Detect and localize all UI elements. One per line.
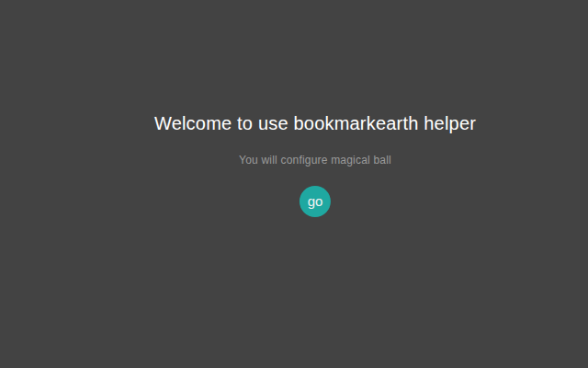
welcome-subtitle: You will configure magical ball bbox=[239, 153, 391, 167]
welcome-screen: Welcome to use bookmarkearth helper You … bbox=[0, 0, 588, 368]
welcome-content: Welcome to use bookmarkearth helper You … bbox=[154, 111, 476, 217]
go-button[interactable]: go bbox=[300, 186, 331, 217]
welcome-heading: Welcome to use bookmarkearth helper bbox=[154, 111, 476, 136]
